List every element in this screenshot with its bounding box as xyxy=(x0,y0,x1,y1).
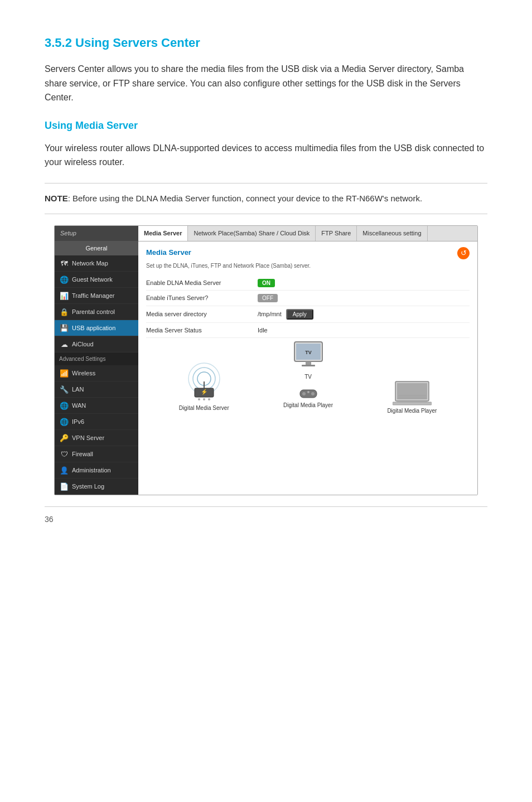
sidebar-label-guest-network: Guest Network xyxy=(72,275,113,284)
refresh-button[interactable]: ↺ xyxy=(457,247,470,259)
setting-value-directory: /tmp/mnt Apply xyxy=(258,309,470,320)
svg-point-16 xyxy=(311,392,315,395)
svg-point-17 xyxy=(307,391,309,393)
panel-header: Media Server ↺ xyxy=(146,247,470,259)
sidebar-label-ipv6: IPv6 xyxy=(72,417,84,427)
tab-bar: Media Server Network Place(Samba) Share … xyxy=(138,226,477,241)
sidebar-item-wireless[interactable]: 📶 Wireless xyxy=(55,365,138,381)
setting-row-dlna: Enable DLNA Media Server ON xyxy=(146,276,470,291)
gamepad-device: Digital Media Player xyxy=(283,385,333,409)
sidebar-label-system-log: System Log xyxy=(72,482,104,491)
sidebar-item-administration[interactable]: 👤 Administration xyxy=(55,462,138,479)
setting-label-dlna: Enable DLNA Media Server xyxy=(146,278,258,288)
laptop-illustration xyxy=(393,379,432,407)
guest-network-icon: 🌐 xyxy=(59,274,69,284)
vpn-icon: 🔑 xyxy=(59,433,69,443)
setting-label-status: Media Server Status xyxy=(146,326,258,335)
laptop-device: Digital Media Player xyxy=(387,379,437,415)
body-text: Servers Center allows you to share the m… xyxy=(45,62,487,105)
sidebar-label-wireless: Wireless xyxy=(72,369,95,378)
sidebar-item-aicloud[interactable]: ☁ AiCloud xyxy=(55,336,138,352)
tab-media-server[interactable]: Media Server xyxy=(138,226,188,241)
sidebar-item-vpn[interactable]: 🔑 VPN Server xyxy=(55,430,138,446)
itunes-toggle-off[interactable]: OFF xyxy=(258,294,278,302)
sidebar-item-traffic-manager[interactable]: 📊 Traffic Manager xyxy=(55,288,138,304)
device1-label: Digital Media Player xyxy=(283,401,333,409)
sidebar-label-wan: WAN xyxy=(72,401,86,410)
router-ui: Setup General 🗺 Network Map 🌐 Guest Netw… xyxy=(54,225,478,495)
setting-value-status: Idle xyxy=(258,326,470,335)
advanced-settings-label: Advanced Settings xyxy=(55,352,138,365)
tv-label: TV xyxy=(304,373,312,381)
sidebar-item-network-map[interactable]: 🗺 Network Map xyxy=(55,255,138,272)
parental-control-icon: 🔒 xyxy=(59,307,69,317)
sidebar-label-aicloud: AiCloud xyxy=(72,340,94,349)
traffic-manager-icon: 📊 xyxy=(59,291,69,301)
router-illustration: ⚡ xyxy=(185,359,224,404)
sidebar-general-label: General xyxy=(55,241,138,256)
svg-point-7 xyxy=(203,398,205,400)
network-map-icon: 🗺 xyxy=(59,258,69,268)
system-log-icon: 📄 xyxy=(59,481,69,491)
subsection-body: Your wireless router allows DLNA-support… xyxy=(45,141,487,170)
main-content: Media Server ↺ Set up the DLNA, iTunes, … xyxy=(138,241,477,433)
sidebar-label-lan: LAN xyxy=(72,385,84,394)
usb-application-icon: 💾 xyxy=(59,323,69,333)
tab-ftp-share[interactable]: FTP Share xyxy=(316,226,357,241)
aicloud-icon: ☁ xyxy=(59,339,69,349)
sidebar-setup-label: Setup xyxy=(55,226,138,241)
svg-point-8 xyxy=(208,398,210,400)
setting-label-directory: Media server directory xyxy=(146,310,258,319)
sidebar-item-guest-network[interactable]: 🌐 Guest Network xyxy=(55,272,138,288)
administration-icon: 👤 xyxy=(59,465,69,475)
svg-text:⚡: ⚡ xyxy=(201,388,208,395)
router-device: ⚡ Digital Media Server xyxy=(179,359,229,412)
apply-button[interactable]: Apply xyxy=(286,309,313,320)
note-label: NOTE xyxy=(45,194,68,203)
sidebar-item-system-log[interactable]: 📄 System Log xyxy=(55,479,138,495)
sidebar-label-parental-control: Parental control xyxy=(72,307,115,317)
gamepad-illustration xyxy=(297,385,320,401)
dlna-toggle-on[interactable]: ON xyxy=(258,279,275,287)
sidebar-label-traffic-manager: Traffic Manager xyxy=(72,291,114,301)
panel-title: Media Server xyxy=(146,247,191,258)
note-text: : Before using the DLNA Media Server fun… xyxy=(68,194,422,203)
note-box: NOTE: Before using the DLNA Media Server… xyxy=(45,183,487,215)
sidebar-item-parental-control[interactable]: 🔒 Parental control xyxy=(55,304,138,320)
tab-network-place[interactable]: Network Place(Samba) Share / Cloud Disk xyxy=(188,226,316,241)
directory-path: /tmp/mnt xyxy=(258,310,282,319)
tv-device: TV TV xyxy=(283,339,333,409)
section-title: 3.5.2 Using Servers Center xyxy=(45,33,487,52)
sidebar-item-wan[interactable]: 🌐 WAN xyxy=(55,398,138,414)
sidebar: Setup General 🗺 Network Map 🌐 Guest Netw… xyxy=(55,226,138,495)
sidebar-label-network-map: Network Map xyxy=(72,259,108,268)
page-number: 36 xyxy=(45,515,54,524)
tv-illustration: TV xyxy=(292,339,325,373)
page-footer: 36 xyxy=(45,506,487,526)
sidebar-item-lan[interactable]: 🔧 LAN xyxy=(55,381,138,398)
svg-text:TV: TV xyxy=(305,350,312,355)
setting-row-itunes: Enable iTunes Server? OFF xyxy=(146,291,470,306)
setting-label-itunes: Enable iTunes Server? xyxy=(146,293,258,303)
tab-miscellaneous[interactable]: Miscellaneous setting xyxy=(357,226,427,241)
svg-rect-12 xyxy=(306,361,311,365)
sidebar-label-vpn: VPN Server xyxy=(72,433,104,443)
sidebar-item-ipv6[interactable]: 🌐 IPv6 xyxy=(55,414,138,430)
device2-label: Digital Media Player xyxy=(387,407,437,415)
subsection-title: Using Media Server xyxy=(45,118,487,133)
ipv6-icon: 🌐 xyxy=(59,417,69,427)
wireless-icon: 📶 xyxy=(59,368,69,378)
router-label: Digital Media Server xyxy=(179,404,229,412)
setting-row-status: Media Server Status Idle xyxy=(146,323,470,339)
sidebar-item-firewall[interactable]: 🛡 Firewall xyxy=(55,446,138,462)
main-area: Media Server Network Place(Samba) Share … xyxy=(138,226,477,495)
diagram-area: ⚡ Digital Media Server xyxy=(146,338,470,427)
setting-value-dlna: ON xyxy=(258,278,470,288)
wan-icon: 🌐 xyxy=(59,400,69,410)
svg-rect-21 xyxy=(393,402,432,405)
svg-point-15 xyxy=(302,392,306,395)
svg-rect-19 xyxy=(397,383,427,399)
sidebar-item-usb-application[interactable]: 💾 USB application xyxy=(55,320,138,336)
setting-row-directory: Media server directory /tmp/mnt Apply xyxy=(146,306,470,323)
firewall-icon: 🛡 xyxy=(59,449,69,459)
